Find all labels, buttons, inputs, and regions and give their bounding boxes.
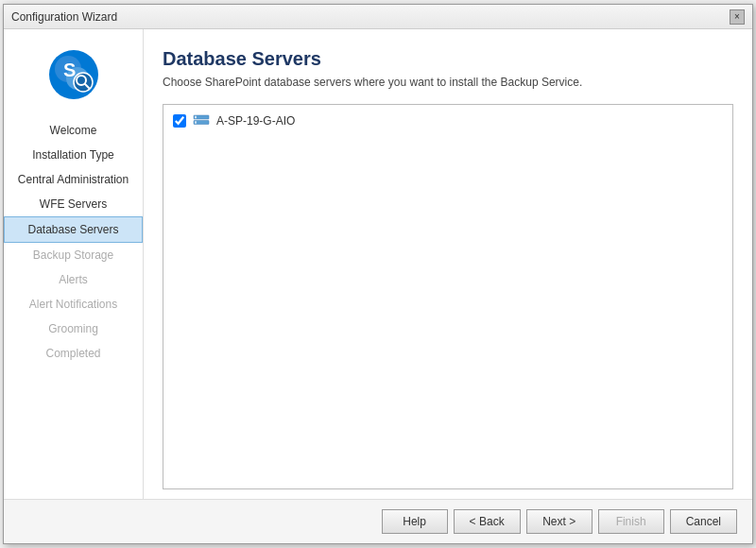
sidebar-item-grooming: Grooming — [4, 317, 143, 341]
close-button[interactable]: × — [730, 9, 745, 25]
sidebar-item-backup-storage: Backup Storage — [4, 243, 143, 267]
server-checkbox[interactable] — [173, 114, 186, 128]
finish-button[interactable]: Finish — [598, 509, 664, 534]
server-list-item: A-SP-19-G-AIO — [169, 111, 727, 131]
window-title: Configuration Wizard — [11, 10, 117, 24]
svg-rect-10 — [195, 121, 197, 123]
sidebar-item-database-servers[interactable]: Database Servers — [4, 216, 143, 243]
sidebar-item-alert-notifications: Alert Notifications — [4, 292, 143, 317]
server-icon — [192, 113, 211, 128]
sidebar-item-alerts: Alerts — [4, 267, 143, 292]
svg-rect-8 — [195, 116, 197, 118]
sidebar-item-wfe-servers[interactable]: WFE Servers — [4, 192, 143, 216]
main-panel: Database Servers Choose SharePoint datab… — [144, 29, 752, 499]
logo-area: S — [4, 39, 143, 118]
help-button[interactable]: Help — [382, 509, 448, 534]
sidebar-item-installation-type[interactable]: Installation Type — [4, 143, 143, 167]
page-subtitle: Choose SharePoint database servers where… — [163, 76, 733, 89]
configuration-wizard-window: Configuration Wizard × S Wel — [3, 4, 753, 544]
sidebar: S Welcome Installation Type Central Admi… — [4, 29, 144, 499]
back-button[interactable]: < Back — [454, 509, 521, 534]
server-name: A-SP-19-G-AIO — [216, 114, 295, 128]
title-bar: Configuration Wizard × — [4, 5, 752, 29]
sharepoint-logo-icon: S — [47, 48, 100, 101]
sidebar-item-completed: Completed — [4, 341, 143, 366]
sidebar-item-welcome[interactable]: Welcome — [4, 118, 143, 143]
sidebar-item-central-administration[interactable]: Central Administration — [4, 167, 143, 192]
server-list: A-SP-19-G-AIO — [163, 104, 733, 489]
footer: Help < Back Next > Finish Cancel — [4, 499, 752, 543]
content-area: S Welcome Installation Type Central Admi… — [4, 29, 752, 499]
svg-text:S: S — [63, 60, 76, 80]
next-button[interactable]: Next > — [526, 509, 593, 534]
page-header: Database Servers Choose SharePoint datab… — [163, 48, 733, 89]
cancel-button[interactable]: Cancel — [670, 509, 737, 534]
page-title: Database Servers — [163, 48, 733, 70]
